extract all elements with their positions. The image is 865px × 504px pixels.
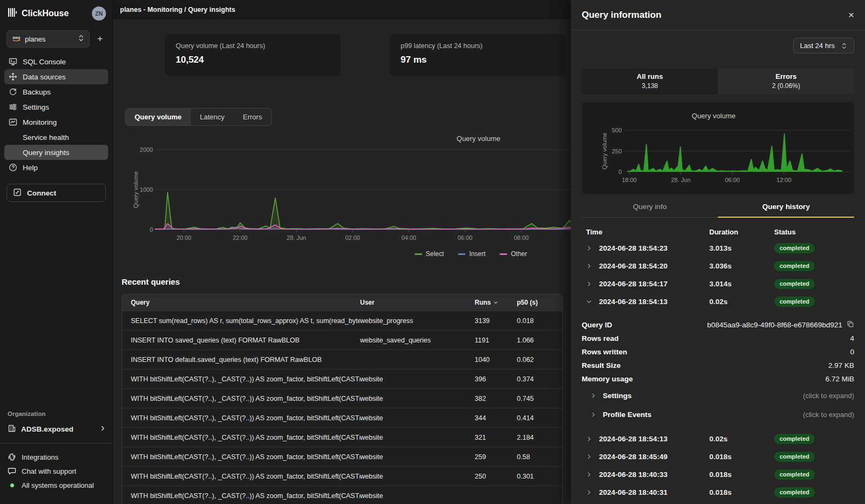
query-row[interactable]: WITH bitShiftLeft(CAST(?..), _CAST(?..))…	[122, 447, 562, 466]
run-time: 2024-06-28 18:54:13	[596, 435, 709, 443]
svg-text:Query volume: Query volume	[132, 171, 139, 208]
query-row[interactable]: INSERT INTO saved_queries (text) FORMAT …	[122, 330, 562, 350]
sidebar-item-settings[interactable]: Settings	[4, 99, 108, 115]
query-runs: 382	[475, 395, 517, 402]
history-run-row[interactable]: 2024-06-28 18:45:490.018scompleted	[582, 448, 854, 466]
query-p50: 0.062	[517, 356, 562, 364]
query-row[interactable]: INSERT INTO default.saved_queries (text)…	[122, 350, 562, 369]
detail-field-query-id: Query IDb0845aa9-a8c9-49f0-8f68-e678669b…	[582, 318, 854, 332]
tab-latency[interactable]: Latency	[191, 109, 234, 125]
col-p50[interactable]: p50 (s)	[517, 299, 562, 306]
history-run-row[interactable]: 2024-06-28 18:54:173.014scompleted	[582, 275, 854, 293]
connect-button[interactable]: Connect	[6, 184, 106, 202]
help-icon	[9, 163, 17, 172]
status-badge: completed	[774, 279, 815, 289]
legend-item-other[interactable]: Other	[500, 250, 527, 258]
history-run-row[interactable]: 2024-06-28 18:54:130.02scompleted	[582, 430, 854, 448]
expandable-settings[interactable]: Settings(click to expand)	[582, 387, 854, 405]
chevron-right-icon[interactable]	[582, 472, 596, 478]
run-duration: 0.018s	[709, 453, 774, 461]
avatar[interactable]: ZN	[92, 6, 106, 21]
run-time: 2024-06-28 18:54:17	[596, 280, 709, 288]
recent-queries-header: Query User Runs p50 (s)	[122, 294, 562, 311]
sidebar-item-sql-console[interactable]: SQL Console	[4, 54, 108, 69]
legend-item-select[interactable]: Select	[415, 250, 444, 258]
sidebar-item-monitoring[interactable]: Monitoring	[4, 115, 108, 130]
status-badge: completed	[774, 243, 815, 253]
query-runs: 1040	[475, 356, 517, 364]
sidebar-item-label: Data sources	[23, 73, 66, 81]
sidebar-item-data-sources[interactable]: Data sources	[4, 69, 108, 84]
footer-item-integrations[interactable]: Integrations	[8, 450, 106, 464]
sidebar-item-backups[interactable]: Backups	[4, 84, 108, 99]
history-run-row[interactable]: 2024-06-28 18:54:203.036scompleted	[582, 257, 854, 275]
footer-item-all-systems-operational[interactable]: All systems operational	[8, 478, 106, 492]
history-run-row[interactable]: 2024-06-28 18:40:310.018scompleted	[582, 483, 854, 501]
stat-value: 10,524	[176, 55, 330, 65]
tab-query-volume[interactable]: Query volume	[125, 109, 191, 125]
chevron-right-icon[interactable]	[582, 281, 596, 287]
segment-errors[interactable]: Errors2 (0.06%)	[718, 69, 854, 95]
data-sources-icon	[9, 72, 17, 81]
query-row[interactable]: WITH bitShiftLeft(CAST(?..), _CAST(?..))…	[122, 369, 562, 388]
run-time: 2024-06-28 18:54:23	[596, 244, 709, 252]
organization-selector[interactable]: ADSB.exposed	[8, 421, 106, 436]
col-runs[interactable]: Runs	[475, 299, 517, 306]
footer-item-chat-with-support[interactable]: Chat with support	[8, 464, 106, 478]
col-query[interactable]: Query	[131, 299, 360, 306]
query-p50: 0.301	[517, 473, 562, 480]
status-badge: completed	[774, 434, 815, 444]
chevron-right-icon[interactable]	[582, 436, 596, 442]
chevron-right-icon	[590, 393, 596, 399]
field-value: 2.97 KB	[828, 361, 854, 369]
sidebar-item-label: Service health	[23, 133, 69, 142]
detail-field-rows-written: Rows written0	[582, 345, 854, 359]
query-information-panel: Query information × Last 24 hrs All runs…	[571, 0, 865, 504]
run-duration: 0.02s	[709, 298, 774, 306]
query-row[interactable]: WITH bitShiftLeft(CAST(?..), _CAST(?..))…	[122, 427, 562, 447]
add-service-button[interactable]: +	[94, 33, 106, 44]
workspace-selector[interactable]: aws planes	[6, 30, 90, 48]
query-row[interactable]: WITH bitShiftLeft(CAST(?..), _CAST(?..))…	[122, 408, 562, 427]
expandable-profile-events[interactable]: Profile Events(click to expand)	[582, 406, 854, 424]
svg-text:20:00: 20:00	[176, 234, 191, 241]
panel-tab-query-history[interactable]: Query history	[718, 203, 854, 217]
sidebar-item-service-health[interactable]: Service health	[4, 130, 108, 145]
copy-icon[interactable]	[847, 320, 854, 330]
col-user[interactable]: User	[360, 299, 475, 306]
sidebar: ClickHouse ZN aws planes + SQL ConsoleDa…	[0, 0, 113, 504]
query-p50: 0.745	[517, 395, 562, 402]
history-run-row[interactable]: 2024-06-28 18:40:330.018scompleted	[582, 466, 854, 483]
history-run-row[interactable]: 2024-06-28 18:54:130.02scompleted	[582, 293, 854, 311]
query-p50: 0.374	[517, 375, 562, 383]
query-row[interactable]: SELECT sum(read_rows) AS r, sum(total_ro…	[122, 311, 562, 330]
connect-label: Connect	[27, 189, 56, 197]
query-volume-chart[interactable]: 01000200020:0022:0028. Jun02:0004:0006:0…	[113, 132, 571, 248]
segment-all-runs[interactable]: All runs3,138	[582, 69, 718, 95]
app-window: ClickHouse ZN aws planes + SQL ConsoleDa…	[0, 0, 865, 504]
mini-query-volume-chart[interactable]: 025050018:0028. Jun06:0012:00Query volum…	[582, 102, 854, 194]
sidebar-item-label: Backups	[23, 88, 51, 96]
sidebar-item-query-insights[interactable]: Query insights	[4, 145, 108, 160]
history-run-row[interactable]: 2024-06-28 18:54:233.013scompleted	[582, 239, 854, 257]
svg-text:Query volume: Query volume	[601, 132, 608, 169]
chevron-down-icon[interactable]	[582, 299, 596, 305]
query-row[interactable]: WITH bitShiftLeft(CAST(?..), _CAST(?..))…	[122, 466, 562, 486]
query-row[interactable]: WITH bitShiftLeft(CAST(?..), _CAST(?..))…	[122, 486, 562, 504]
chevron-right-icon[interactable]	[582, 263, 596, 269]
query-row[interactable]: WITH bitShiftLeft(CAST(?..), _CAST(?..))…	[122, 388, 562, 408]
chevron-right-icon[interactable]	[582, 489, 596, 495]
sidebar-item-help[interactable]: Help	[4, 160, 108, 175]
time-range-select[interactable]: Last 24 hrs	[793, 38, 854, 53]
chevron-updown-icon	[841, 43, 847, 49]
tab-errors[interactable]: Errors	[234, 109, 271, 125]
close-icon[interactable]: ×	[848, 10, 854, 20]
svg-text:08:00: 08:00	[514, 234, 529, 241]
chevron-right-icon[interactable]	[582, 454, 596, 460]
chevron-right-icon[interactable]	[582, 245, 596, 251]
panel-tab-query-info[interactable]: Query info	[582, 203, 718, 217]
recent-queries-rows: SELECT sum(read_rows) AS r, sum(total_ro…	[122, 311, 562, 504]
legend-item-insert[interactable]: Insert	[458, 250, 485, 258]
stat-cards: Query volume (Last 24 hours)10,524p99 la…	[165, 34, 571, 76]
history-list: 2024-06-28 18:54:233.013scompleted2024-0…	[582, 239, 854, 501]
